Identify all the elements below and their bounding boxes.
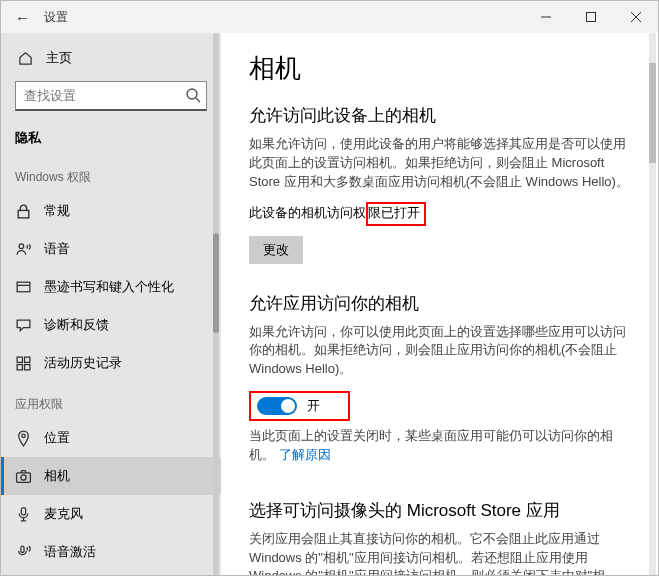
sidebar-item-label: 麦克风	[44, 505, 83, 523]
annotation-highlight: 开	[249, 391, 350, 421]
section-heading: 允许访问此设备上的相机	[249, 104, 630, 127]
status-prefix: 此设备的相机访问权	[249, 205, 366, 220]
sidebar-section-title: 隐私	[1, 121, 221, 155]
page-title: 相机	[249, 51, 630, 86]
settings-window: ← 设置 主页 隐私 Windows 权限	[0, 0, 659, 576]
svg-rect-6	[18, 210, 29, 217]
svg-point-7	[19, 243, 24, 248]
svg-line-5	[196, 98, 200, 102]
svg-rect-13	[25, 364, 30, 369]
sidebar-nav: Windows 权限 常规 语音 墨迹书写和键入个性化 诊断和反馈	[1, 155, 221, 575]
maximize-button[interactable]	[568, 1, 613, 33]
sidebar: 主页 隐私 Windows 权限 常规 语音	[1, 33, 221, 575]
ink-icon	[15, 279, 32, 296]
titlebar-left: ← 设置	[1, 9, 68, 26]
sidebar-item-voice-activation[interactable]: 语音激活	[1, 533, 221, 571]
minimize-button[interactable]	[523, 1, 568, 33]
app-title: 设置	[44, 9, 68, 26]
sidebar-item-label: 语音	[44, 240, 70, 258]
search-icon	[185, 87, 201, 106]
sidebar-group-label: 应用权限	[1, 382, 221, 419]
sidebar-group-label: Windows 权限	[1, 155, 221, 192]
sidebar-item-label: 相机	[44, 467, 70, 485]
location-icon	[15, 430, 32, 447]
status-value: 限已打开	[368, 205, 420, 220]
history-icon	[15, 355, 32, 372]
content-scrollbar[interactable]	[649, 33, 656, 575]
section-description: 如果允许访问，使用此设备的用户将能够选择其应用是否可以使用此页面上的设置访问相机…	[249, 135, 630, 192]
feedback-icon	[15, 317, 32, 334]
sidebar-item-camera[interactable]: 相机	[1, 457, 221, 495]
sidebar-item-label: 语音激活	[44, 543, 96, 561]
microphone-icon	[15, 506, 32, 523]
speech-icon	[15, 241, 32, 258]
sidebar-item-label: 主页	[46, 49, 72, 67]
app-access-toggle[interactable]	[257, 397, 297, 415]
sidebar-item-home[interactable]: 主页	[15, 43, 207, 77]
device-access-status: 此设备的相机访问权限已打开	[249, 202, 630, 226]
svg-rect-10	[17, 357, 22, 362]
sidebar-item-microphone[interactable]: 麦克风	[1, 495, 221, 533]
section-heading: 选择可访问摄像头的 Microsoft Store 应用	[249, 499, 630, 522]
back-button[interactable]: ←	[15, 9, 30, 26]
search-input[interactable]	[15, 81, 207, 111]
svg-point-16	[21, 474, 26, 479]
sidebar-scroll-thumb[interactable]	[213, 233, 219, 333]
svg-point-14	[22, 434, 25, 437]
titlebar: ← 设置	[1, 1, 658, 33]
svg-rect-20	[21, 546, 24, 552]
annotation-highlight: 限已打开	[366, 202, 426, 226]
sidebar-item-label: 常规	[44, 202, 70, 220]
sidebar-item-general[interactable]: 常规	[1, 192, 221, 230]
home-icon	[17, 50, 34, 67]
close-button[interactable]	[613, 1, 658, 33]
section-description: 如果允许访问，你可以使用此页面上的设置选择哪些应用可以访问你的相机。如果拒绝访问…	[249, 323, 630, 380]
section-description: 关闭应用会阻止其直接访问你的相机。它不会阻止此应用通过 Windows 的"相机…	[249, 530, 630, 575]
sidebar-item-activity[interactable]: 活动历史记录	[1, 344, 221, 382]
sidebar-scrollbar[interactable]	[213, 33, 219, 575]
toggle-label: 开	[307, 397, 320, 415]
sidebar-item-location[interactable]: 位置	[1, 419, 221, 457]
content-pane: 相机 允许访问此设备上的相机 如果允许访问，使用此设备的用户将能够选择其应用是否…	[221, 33, 658, 575]
svg-rect-17	[21, 507, 25, 514]
lock-icon	[15, 203, 32, 220]
content-scroll-thumb[interactable]	[649, 63, 656, 163]
button-label: 更改	[263, 242, 289, 257]
sidebar-item-diagnostics[interactable]: 诊断和反馈	[1, 306, 221, 344]
window-controls	[523, 1, 658, 33]
body: 主页 隐私 Windows 权限 常规 语音	[1, 33, 658, 575]
svg-point-4	[187, 89, 197, 99]
sidebar-item-label: 墨迹书写和键入个性化	[44, 278, 174, 296]
section-heading: 允许应用访问你的相机	[249, 292, 630, 315]
sidebar-item-speech[interactable]: 语音	[1, 230, 221, 268]
svg-rect-1	[586, 13, 595, 22]
toggle-note: 当此页面上的设置关闭时，某些桌面应用可能仍可以访问你的相机。 了解原因	[249, 427, 630, 465]
sidebar-item-ink[interactable]: 墨迹书写和键入个性化	[1, 268, 221, 306]
learn-more-link[interactable]: 了解原因	[279, 447, 331, 462]
svg-rect-12	[17, 364, 22, 369]
voice-icon	[15, 544, 32, 561]
toggle-knob	[281, 399, 295, 413]
svg-rect-11	[25, 357, 30, 362]
sidebar-item-label: 活动历史记录	[44, 354, 122, 372]
search-box[interactable]	[15, 81, 207, 111]
sidebar-item-label: 位置	[44, 429, 70, 447]
svg-rect-15	[17, 472, 31, 482]
sidebar-item-label: 诊断和反馈	[44, 316, 109, 334]
change-button[interactable]: 更改	[249, 236, 303, 264]
camera-icon	[15, 468, 32, 485]
svg-rect-8	[17, 282, 30, 292]
